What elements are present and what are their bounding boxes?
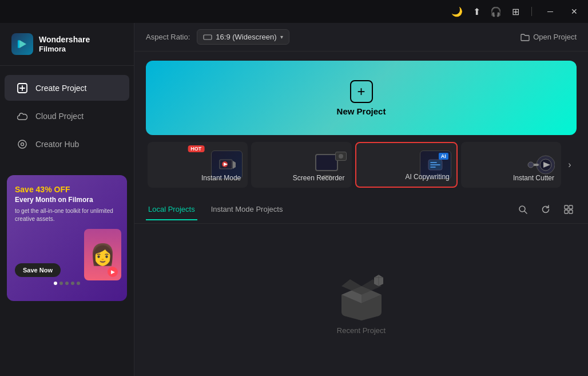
hot-badge: HOT [188, 145, 204, 152]
quick-action-instant-cutter[interactable]: Instant Cutter [461, 142, 561, 188]
new-project-icon: + [350, 80, 373, 103]
svg-rect-26 [569, 210, 573, 213]
upload-icon[interactable]: ⬆ [471, 6, 482, 17]
sidebar-label-cloud-project: Cloud Project [35, 112, 84, 121]
content-area: Aspect Ratio: 16:9 (Widescreen) ▾ Open P… [134, 23, 588, 376]
ad-dot-4 [71, 282, 74, 285]
sidebar-ad[interactable]: Save 43% OFF Every Month on Filmora to g… [7, 175, 127, 301]
ad-play-button[interactable]: ▶ [108, 267, 118, 277]
ad-image: 👩 ▶ [84, 229, 121, 280]
quick-actions-container: HOT Instant Mode Screen Recorder [146, 142, 577, 188]
aspect-ratio-label: Aspect Ratio: [146, 33, 190, 41]
svg-point-20 [528, 162, 534, 168]
logo-area: Wondershare Filmora [0, 23, 134, 66]
recent-project-label: Recent Project [337, 326, 386, 335]
empty-state-icon [333, 265, 390, 320]
refresh-button[interactable] [538, 201, 554, 217]
quick-action-ai-copywriting[interactable]: AI Copywriting AI [355, 142, 458, 188]
logo-subtitle: Filmora [39, 45, 90, 53]
svg-rect-7 [204, 35, 212, 39]
sidebar: Wondershare Filmora Create Project [0, 23, 134, 376]
quick-action-instant-mode[interactable]: HOT Instant Mode [148, 142, 248, 188]
svg-marker-9 [233, 161, 236, 169]
projects-area: Recent Project [134, 224, 588, 376]
main-layout: Wondershare Filmora Create Project [0, 23, 588, 376]
titlebar: 🌙 ⬆ 🎧 ⊞ ─ ✕ [0, 0, 588, 23]
instant-cutter-label: Instant Cutter [513, 174, 554, 182]
quick-actions-chevron-right[interactable]: › [563, 142, 577, 188]
headset-icon[interactable]: 🎧 [490, 6, 502, 17]
svg-point-5 [18, 140, 26, 148]
tab-instant-mode-projects[interactable]: Instant Mode Projects [209, 205, 285, 220]
new-project-label: New Project [337, 106, 386, 116]
ad-dot-3 [65, 282, 69, 285]
svg-rect-1 [18, 40, 19, 48]
screen-recorder-label: Screen Recorder [293, 174, 345, 182]
close-button[interactable]: ✕ [566, 3, 582, 19]
sidebar-item-creator-hub[interactable]: Creator Hub [5, 131, 129, 157]
creator-hub-icon [16, 138, 29, 150]
svg-rect-23 [565, 205, 568, 209]
ai-copywriting-label: AI Copywriting [405, 173, 449, 181]
minimize-button[interactable]: ─ [542, 3, 558, 19]
sun-icon[interactable]: 🌙 [451, 6, 463, 17]
logo-text: Wondershare Filmora [39, 35, 90, 53]
svg-rect-24 [569, 205, 573, 209]
sidebar-item-create-project[interactable]: Create Project [5, 75, 129, 101]
open-project-button[interactable]: Open Project [521, 33, 577, 41]
ad-dots [15, 282, 119, 285]
new-project-banner[interactable]: + New Project [146, 61, 577, 135]
grid-icon[interactable]: ⊞ [510, 6, 521, 17]
quick-action-screen-recorder[interactable]: Screen Recorder [251, 142, 351, 188]
svg-line-22 [525, 211, 527, 213]
aspect-ratio-select[interactable]: 16:9 (Widescreen) ▾ [197, 29, 289, 45]
ad-desc: to get the all-in-one toolkit for unlimi… [15, 207, 119, 223]
grid-view-button[interactable] [561, 201, 577, 217]
sidebar-item-cloud-project[interactable]: Cloud Project [5, 103, 129, 129]
ad-save-now-button[interactable]: Save Now [15, 263, 61, 277]
topbar: Aspect Ratio: 16:9 (Widescreen) ▾ Open P… [134, 23, 588, 52]
ad-subtitle: Every Month on Filmora [15, 196, 119, 205]
open-project-label: Open Project [533, 33, 577, 41]
sidebar-nav: Create Project Cloud Project Creator [0, 66, 134, 166]
svg-marker-0 [19, 40, 26, 48]
create-project-icon [16, 82, 29, 94]
aspect-ratio-icon [203, 34, 212, 40]
tabs-row: Local Projects Instant Mode Projects [134, 193, 588, 224]
folder-icon [521, 33, 530, 41]
tab-actions [515, 201, 577, 223]
chevron-down-icon: ▾ [280, 34, 283, 40]
sidebar-label-create-project: Create Project [35, 84, 86, 93]
tab-local-projects[interactable]: Local Projects [146, 205, 197, 220]
ai-badge: AI [439, 153, 448, 160]
sidebar-label-creator-hub: Creator Hub [35, 140, 79, 149]
search-button[interactable] [515, 201, 531, 217]
ad-title-line1: Save 43% OFF [15, 184, 119, 195]
svg-rect-25 [565, 210, 568, 213]
ad-dot-5 [77, 282, 80, 285]
ad-dot-1 [54, 282, 57, 285]
logo-icon [11, 33, 33, 55]
instant-mode-label: Instant Mode [201, 174, 241, 182]
svg-point-6 [21, 143, 24, 146]
ad-dot-2 [59, 282, 63, 285]
cloud-icon [16, 110, 29, 122]
logo-title: Wondershare [39, 35, 90, 45]
aspect-ratio-value: 16:9 (Widescreen) [216, 33, 276, 41]
